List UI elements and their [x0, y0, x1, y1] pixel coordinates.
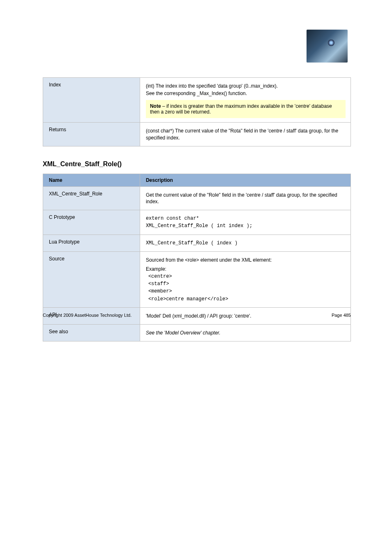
wolf-eye-logo	[307, 30, 348, 63]
desc-cell-returns: (const char*) The current value of the "…	[140, 123, 350, 146]
desc-cell: Get the current value of the "Role" fiel…	[140, 186, 350, 210]
note-box: Note – if index is greater than the maxi…	[146, 100, 346, 118]
table-header-row: Name Description	[43, 174, 351, 186]
desc-line: Sourced from the <role> element under th…	[146, 257, 346, 263]
table-row: C Prototype extern const char* XML_Centr…	[43, 210, 351, 235]
table-row: See also See the 'Model Overview' chapte…	[43, 325, 351, 341]
page: Index (int) The index into the specified…	[0, 0, 392, 341]
note-text: – if index is greater than the maximum i…	[150, 103, 332, 115]
desc-line: (int) The index into the specified 'data…	[146, 83, 346, 89]
label-text: See also	[49, 329, 68, 334]
label-text: Source	[49, 256, 65, 262]
logo-container	[307, 30, 348, 63]
code-line: XML_Centre_Staff_Role ( index )	[146, 240, 346, 246]
footer: Copyright 2009 AssetHouse Technology Ltd…	[43, 313, 351, 318]
label-text: Lua Prototype	[49, 239, 80, 245]
desc-line: See the corresponding _Max_Index() funct…	[146, 90, 346, 97]
section-heading: XML_Centre_Staff_Role()	[43, 160, 351, 168]
footer-page-number: Page 485	[332, 313, 351, 318]
desc-cell-index: (int) The index into the specified 'data…	[140, 78, 350, 123]
example-line: <member>	[148, 288, 346, 295]
label-text: Returns	[49, 127, 66, 132]
label-cell: Lua Prototype	[43, 235, 140, 251]
example-line: <staff>	[148, 281, 346, 287]
table-row: XML_Centre_Staff_Role Get the current va…	[43, 186, 351, 210]
example-intro: Example:	[146, 266, 346, 272]
desc-cell: See the 'Model Overview' chapter.	[140, 325, 350, 341]
label-text: XML_Centre_Staff_Role	[49, 191, 102, 197]
note-title: Note	[150, 103, 161, 109]
footer-copyright: Copyright 2009 AssetHouse Technology Ltd…	[43, 313, 131, 318]
label-cell-returns: Returns	[43, 123, 140, 146]
example-line: <role>centre manager</role>	[148, 296, 346, 302]
label-cell: Source	[43, 251, 140, 307]
table-row: Lua Prototype XML_Centre_Staff_Role ( in…	[43, 235, 351, 251]
desc-line: Get the current value of the "Role" fiel…	[146, 192, 346, 205]
label-cell: XML_Centre_Staff_Role	[43, 186, 140, 210]
code-line: extern const char*	[146, 215, 346, 222]
desc-cell: Sourced from the <role> element under th…	[140, 251, 350, 307]
col-header-name: Name	[43, 174, 140, 186]
table-row: Source Sourced from the <role> element u…	[43, 251, 351, 307]
label-cell: See also	[43, 325, 140, 341]
label-text: C Prototype	[49, 214, 75, 220]
desc-line: (const char*) The current value of the "…	[146, 128, 346, 141]
desc-cell: XML_Centre_Staff_Role ( index )	[140, 235, 350, 251]
code-line: XML_Centre_Staff_Role ( int index );	[146, 223, 346, 229]
col-header-description: Description	[140, 174, 350, 186]
label-cell: C Prototype	[43, 210, 140, 235]
example-line: <centre>	[148, 273, 346, 280]
desc-cell: extern const char* XML_Centre_Staff_Role…	[140, 210, 350, 235]
table-row: Index (int) The index into the specified…	[43, 78, 351, 123]
content: Index (int) The index into the specified…	[43, 77, 351, 341]
see-also-text: See the 'Model Overview' chapter.	[146, 330, 346, 336]
label-cell-index: Index	[43, 78, 140, 123]
label-text: Index	[49, 82, 61, 88]
table-row: Returns (const char*) The current value …	[43, 123, 351, 146]
table-index-returns: Index (int) The index into the specified…	[43, 77, 351, 146]
